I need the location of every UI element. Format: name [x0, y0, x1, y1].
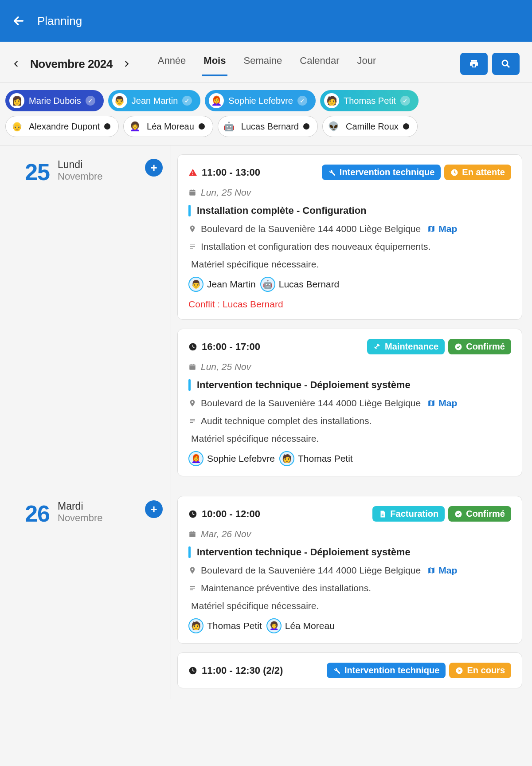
avatar: 🤖 — [222, 119, 237, 134]
badge-label: En attente — [462, 167, 505, 177]
title-accent — [188, 546, 191, 558]
clock-icon — [450, 169, 458, 177]
print-button[interactable] — [460, 53, 488, 75]
event-card[interactable]: 11:00 - 13:00Intervention techniqueEn at… — [177, 154, 522, 320]
avatar: 👩‍🦰 — [209, 93, 224, 108]
tools-icon — [373, 343, 381, 351]
filter-chip[interactable]: 👽Camille Roux — [322, 116, 418, 137]
filter-chip[interactable]: 👩Marie Dubois✓ — [5, 90, 104, 111]
play-icon — [455, 667, 463, 675]
event-description: Audit technique complet des installation… — [201, 416, 372, 426]
event-card[interactable]: 16:00 - 17:00MaintenanceConfirméLun, 25 … — [177, 329, 522, 476]
subheader: Novembre 2024 AnnéeMoisSemaineCalendarJo… — [0, 42, 532, 83]
list-icon — [188, 584, 196, 592]
day-left: 26MardiNovembre+ — [0, 487, 171, 699]
assignees: 👩‍🦰Sophie Lefebvre🧑Thomas Petit — [188, 451, 511, 466]
filter-chip[interactable]: 👩‍🦰Sophie Lefebvre✓ — [205, 90, 316, 111]
day-month: Novembre — [58, 171, 137, 182]
back-arrow-icon[interactable] — [12, 15, 25, 27]
avatar: 🧑 — [188, 618, 203, 633]
badge-label: Facturation — [390, 509, 438, 519]
assignee: 🤖Lucas Bernard — [260, 277, 340, 292]
clock-icon — [188, 510, 197, 519]
dot-icon — [303, 123, 309, 130]
event-card[interactable]: 11:00 - 12:30 (2/2)Intervention techniqu… — [177, 652, 522, 688]
event-title: Installation complète - Configuration — [197, 205, 367, 216]
assignee: 👩‍🦱Léa Moreau — [266, 618, 335, 633]
next-month-icon[interactable] — [122, 58, 130, 70]
event-note: Matériel spécifique nécessaire. — [188, 433, 511, 444]
avatar: 👩 — [9, 93, 24, 108]
pin-icon — [188, 566, 196, 575]
day-number: 26 — [10, 500, 50, 694]
chip-label: Jean Martin — [132, 96, 178, 106]
badge-cyan: Facturation — [372, 506, 445, 522]
assignee: 🧑Thomas Petit — [188, 618, 262, 633]
title-accent — [188, 205, 191, 216]
dot-icon — [104, 123, 110, 130]
badge-label: Confirmé — [466, 509, 505, 519]
add-event-button[interactable]: + — [145, 500, 163, 518]
filter-chip[interactable]: 👨Jean Martin✓ — [108, 90, 201, 111]
event-time: 11:00 - 13:00 — [202, 167, 260, 178]
avatar: 👨 — [112, 93, 127, 108]
map-link[interactable]: Map — [427, 398, 457, 409]
view-tab-calendar[interactable]: Calendar — [298, 51, 341, 76]
avatar: 👩‍🦰 — [188, 451, 203, 466]
wrench-icon — [328, 169, 336, 177]
chip-label: Léa Moreau — [147, 122, 194, 132]
filter-chip[interactable]: 👴Alexandre Dupont — [5, 116, 119, 137]
event-note: Matériel spécifique nécessaire. — [188, 259, 511, 270]
event-title: Intervention technique - Déploiement sys… — [197, 379, 411, 391]
event-address: Boulevard de la Sauvenière 144 4000 Lièg… — [201, 398, 421, 409]
badge-green: Confirmé — [448, 339, 511, 354]
badge-blue: Intervention technique — [327, 663, 446, 678]
file-icon — [379, 510, 387, 518]
pin-icon — [188, 398, 196, 408]
chip-label: Camille Roux — [346, 122, 399, 132]
view-tab-année[interactable]: Année — [156, 51, 188, 76]
search-button[interactable] — [492, 53, 520, 75]
clock-icon — [188, 666, 197, 675]
header-actions — [460, 53, 520, 75]
svg-rect-5 — [189, 190, 196, 196]
conflict-warning: Conflit : Lucas Bernard — [188, 299, 511, 310]
filter-chip[interactable]: 🧑Thomas Petit✓ — [320, 90, 419, 111]
chip-label: Alexandre Dupont — [29, 122, 100, 132]
avatar: 👩‍🦱 — [266, 618, 282, 633]
event-date: Mar, 26 Nov — [188, 529, 511, 539]
filter-chip[interactable]: 👩‍🦱Léa Moreau — [123, 116, 213, 137]
prev-month-icon[interactable] — [12, 58, 20, 70]
filter-chip[interactable]: 🤖Lucas Bernard — [218, 116, 318, 137]
calendar-icon — [188, 363, 196, 371]
map-link[interactable]: Map — [427, 565, 457, 576]
day-left: 25LundiNovembre+ — [0, 145, 171, 487]
assignees: 🧑Thomas Petit👩‍🦱Léa Moreau — [188, 618, 511, 633]
day-month: Novembre — [58, 512, 137, 524]
event-title: Intervention technique - Déploiement sys… — [197, 546, 411, 558]
assignee: 🧑Thomas Petit — [279, 451, 353, 466]
check-icon: ✓ — [400, 96, 410, 106]
view-tab-mois[interactable]: Mois — [202, 51, 227, 76]
badge-label: En cours — [467, 665, 505, 676]
event-card[interactable]: 10:00 - 12:00FacturationConfirméMar, 26 … — [177, 496, 522, 644]
badge-green: Confirmé — [448, 506, 511, 522]
view-tab-semaine[interactable]: Semaine — [242, 51, 284, 76]
filter-chips: 👩Marie Dubois✓👨Jean Martin✓👩‍🦰Sophie Lef… — [0, 83, 532, 145]
event-time: 11:00 - 12:30 (2/2) — [202, 665, 283, 676]
chip-label: Thomas Petit — [344, 96, 396, 106]
assignee: 👩‍🦰Sophie Lefebvre — [188, 451, 275, 466]
list-icon — [188, 417, 196, 425]
check-icon — [454, 343, 462, 351]
event-description: Maintenance préventive des installations… — [201, 583, 371, 593]
avatar: 🧑 — [279, 451, 294, 466]
day-number: 25 — [10, 159, 50, 482]
dot-icon — [403, 123, 409, 130]
calendar-icon — [188, 530, 196, 538]
badge-label: Confirmé — [466, 342, 505, 352]
month-label: Novembre 2024 — [30, 57, 113, 71]
map-link[interactable]: Map — [427, 224, 457, 234]
add-event-button[interactable]: + — [145, 159, 163, 177]
clock-icon — [188, 342, 197, 351]
view-tab-jour[interactable]: Jour — [356, 51, 378, 76]
